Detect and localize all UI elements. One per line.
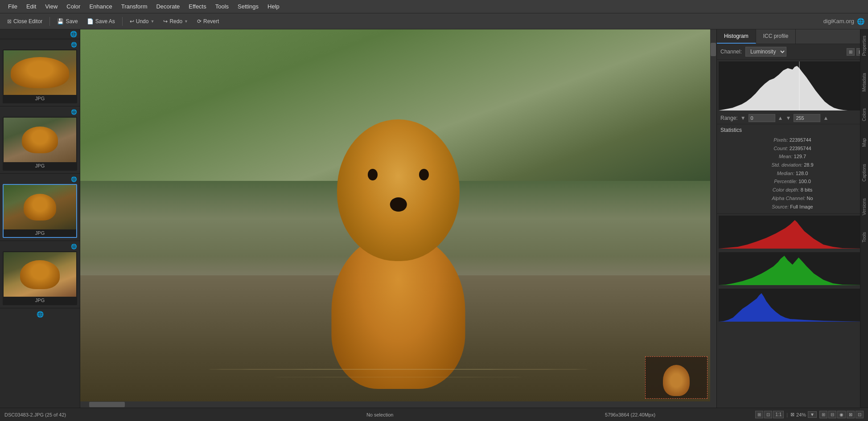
blue-histogram [719,289,866,322]
redo-button[interactable]: ↪ Redo ▼ [160,16,192,26]
thumb-image-4 [4,252,76,297]
range-min-input[interactable] [749,114,775,122]
menu-view[interactable]: View [41,1,62,12]
close-editor-icon: ⊠ [7,18,12,25]
filmstrip-top: 🌐 [0,29,80,39]
side-tab-colors[interactable]: Colors [862,106,867,123]
save-as-icon: 📄 [87,18,94,25]
save-icon: 💾 [57,18,64,25]
side-tab-properties[interactable]: Properties [862,34,867,58]
toolbar-separator-2 [122,17,123,26]
save-button[interactable]: 💾 Save [53,16,81,26]
dog-head [337,119,460,261]
main-photo-bg [80,29,716,408]
undo-icon: ↩ [130,18,134,25]
vertical-scrollbar[interactable] [710,29,716,408]
dog-thumb-4 [20,260,60,289]
close-editor-button[interactable]: ⊠ Close Editor [4,16,46,26]
range-max-down[interactable]: ▼ [786,115,791,121]
view-icon-1[interactable]: ⊞ [819,411,827,418]
filmstrip-bottom: 🌐 [0,308,80,320]
blue-hist-svg [719,289,866,322]
filmstrip-group-header-2: 🌐 [3,109,77,115]
zoom-value: 24% [796,412,806,417]
extra-view-icons: ⊞ ⊟ ◉ ⊠ ⊡ [819,411,864,418]
menu-enhance[interactable]: Enhance [85,1,116,12]
zoom-fit-button[interactable]: ⊡ [764,411,772,418]
mini-preview-dog [663,365,690,396]
menu-effects[interactable]: Effects [184,1,211,12]
digikam-logo: digiKam.org [823,18,854,25]
channel-select[interactable]: Luminosity Red Green Blue [745,47,786,57]
horizontal-scrollbar[interactable] [80,401,710,408]
undo-dropdown-icon[interactable]: ▼ [150,19,154,24]
tab-histogram[interactable]: Histogram [717,29,756,44]
filmstrip-group-globe-3: 🌐 [71,176,77,182]
menu-decorate[interactable]: Decorate [152,1,184,12]
thumb-image-2 [4,118,76,162]
thumb-label-4: JPG [4,297,76,304]
thumbnail-1[interactable]: JPG [3,49,77,103]
zoom-dropdown[interactable]: ▼ [808,411,817,418]
zoom-display: ⊠ 24% ▼ [790,411,817,418]
menu-settings[interactable]: Settings [233,1,263,12]
dog-eye-left [368,169,378,180]
histogram-svg [719,61,866,110]
menu-transform[interactable]: Transform [117,1,152,12]
filmstrip-group-4: 🌐 JPG [0,241,80,308]
thumbnail-2[interactable]: JPG [3,117,77,171]
thumbnail-4[interactable]: JPG [3,251,77,305]
menu-tools[interactable]: Tools [211,1,233,12]
thumbnail-3[interactable]: JPG [3,184,77,238]
menu-color[interactable]: Color [62,1,85,12]
toolbar-separator-1 [49,17,50,26]
status-dimensions: 5796x3864 (22.40Mpx) [505,412,755,417]
fit-view-button[interactable]: ⊞ [755,411,763,418]
filmstrip-group-header-4: 🌐 [3,244,77,249]
menu-edit[interactable]: Edit [22,1,41,12]
revert-button[interactable]: ⟳ Revert [193,16,222,26]
redo-icon: ↪ [163,18,168,25]
status-filename: DSC03483-2.JPG (25 of 42) [4,412,255,417]
tab-icc-profile[interactable]: ICC profile [756,29,796,44]
filmstrip-group-2: 🌐 JPG [0,106,80,174]
side-tab-captions[interactable]: Captions [862,162,867,183]
view-icon-2[interactable]: ⊟ [828,411,836,418]
menu-help[interactable]: Help [263,1,284,12]
filmstrip-group-header-1: 🌐 [3,42,77,48]
view-icon-5[interactable]: ⊡ [856,411,864,418]
toolbar: ⊠ Close Editor 💾 Save 📄 Save As ↩ Undo ▼… [0,13,868,29]
view-icon-3[interactable]: ◉ [837,411,846,418]
channel-icon-btn-1[interactable]: ⊞ [847,48,855,56]
dog-figure [287,105,510,389]
zoom-1-1-button[interactable]: 1:1 [773,411,784,418]
range-max-up[interactable]: ▲ [823,115,828,121]
canvas-area[interactable] [80,29,716,408]
filmstrip-group-1: 🌐 JPG [0,39,80,106]
save-as-button[interactable]: 📄 Save As [83,16,119,26]
range-label: Range: [720,115,738,121]
dog-thumb-2 [22,127,58,153]
scrollbar-thumb-horizontal[interactable] [89,402,125,407]
side-tab-map[interactable]: Map [862,136,867,148]
side-tab-versions[interactable]: Versions [862,196,867,217]
range-min-up[interactable]: ▲ [778,115,783,121]
thumb-image-3 [4,185,76,229]
side-tab-tools[interactable]: Tools [862,230,867,244]
range-max-input[interactable] [794,114,820,122]
filmstrip-group-globe-1: 🌐 [71,42,77,48]
view-icon-4[interactable]: ⊠ [847,411,855,418]
dog-thumb-3 [24,194,56,221]
undo-button[interactable]: ↩ Undo ▼ [126,16,158,26]
range-min-down[interactable]: ▼ [740,115,746,121]
main-area: 🌐 🌐 JPG 🌐 JPG [0,29,868,408]
status-right: ⊞ ⊡ 1:1 | ⊠ 24% ▼ ⊞ ⊟ ◉ ⊠ ⊡ [755,411,864,418]
filmstrip-bottom-globe: 🌐 [37,311,44,318]
side-tab-metadata[interactable]: Metadata [862,71,867,94]
filmstrip: 🌐 🌐 JPG 🌐 JPG [0,29,80,408]
scrollbar-thumb-vertical[interactable] [711,43,716,56]
filmstrip-globe-icon: 🌐 [70,31,77,37]
redo-dropdown-icon[interactable]: ▼ [184,19,188,24]
menu-file[interactable]: File [4,1,22,12]
side-tabs: Properties Metadata Colors Map Captions … [860,29,868,408]
